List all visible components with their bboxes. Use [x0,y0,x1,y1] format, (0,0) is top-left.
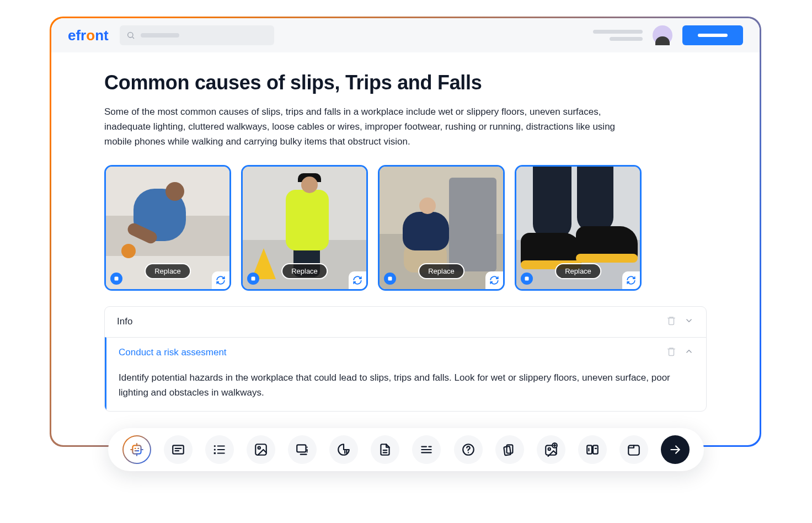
tool-document-button[interactable] [371,435,399,464]
svg-point-7 [214,445,216,447]
tool-chart-button[interactable] [329,435,358,464]
image-cards: Replace Replace Replace [104,165,707,291]
accordion-item-info: Info [105,307,706,337]
accordion-body: Identify potential hazards in the workpl… [106,368,706,411]
image-card-1[interactable]: Replace [104,165,231,291]
tool-tab-button[interactable] [619,435,648,464]
ai-badge-icon [521,273,533,285]
page-title: Common causes of slips, Trips and Falls [104,71,707,94]
replace-button[interactable]: Replace [555,263,601,279]
replace-button[interactable]: Replace [145,263,191,279]
svg-rect-5 [132,445,141,453]
search-placeholder [141,33,179,38]
tool-columns-button[interactable] [578,435,607,464]
logo-text-b: nt [95,27,109,44]
regenerate-button[interactable] [349,271,366,289]
replace-button[interactable]: Replace [281,263,328,279]
svg-rect-2 [252,276,255,280]
bottom-toolbar [108,428,704,471]
svg-rect-10 [255,444,266,455]
accordion-item-risk: Conduct a risk assesment Identify potent… [105,337,706,411]
topbar: efront [51,18,760,52]
content: Common causes of slips, Trips and Falls … [51,52,760,412]
tool-sections-button[interactable] [412,435,441,464]
ai-badge-icon [110,273,122,285]
tool-media-button[interactable] [288,435,317,464]
ai-badge-icon [247,273,259,285]
user-area [593,25,743,45]
user-name-placeholder [593,30,643,41]
delete-icon[interactable] [666,346,676,359]
search-icon [126,31,135,40]
svg-point-11 [258,447,260,449]
svg-point-0 [127,33,132,38]
replace-button[interactable]: Replace [418,263,464,279]
avatar[interactable] [653,25,672,45]
image-card-4[interactable]: Replace [515,165,642,291]
accordion-header[interactable]: Conduct a risk assesment [106,338,706,368]
tool-submit-button[interactable] [661,435,690,464]
ai-badge-icon [384,273,396,285]
app-window: efront Common causes of slips, Trips and… [50,17,761,447]
tool-image-button[interactable] [247,435,275,464]
tool-help-button[interactable] [454,435,483,464]
chevron-down-icon [684,316,694,328]
accordion: Info Conduct a risk assesment Identify p… [104,306,707,412]
logo: efront [68,27,109,44]
svg-rect-12 [297,445,306,452]
accordion-header[interactable]: Info [105,307,706,337]
logo-text-a: efr [68,27,86,44]
chevron-up-icon [684,346,694,359]
regenerate-button[interactable] [485,271,503,289]
svg-rect-6 [173,445,184,453]
svg-rect-1 [115,276,119,280]
primary-action-button[interactable] [682,25,743,45]
tool-text-button[interactable] [164,435,193,464]
image-card-3[interactable]: Replace [378,165,505,291]
svg-point-8 [214,449,216,450]
svg-rect-20 [593,445,598,453]
logo-text-o: o [86,27,95,44]
svg-point-17 [548,448,550,450]
tool-cards-button[interactable] [495,435,524,464]
search-input[interactable] [120,25,274,45]
page-intro: Some of the most common causes of slips,… [104,104,634,150]
regenerate-button[interactable] [212,271,229,289]
regenerate-button[interactable] [622,271,640,289]
accordion-title: Conduct a risk assesment [119,347,659,358]
svg-rect-9 [214,452,216,454]
tool-list-button[interactable] [205,435,234,464]
svg-rect-4 [525,276,529,280]
image-card-2[interactable]: Replace [241,165,368,291]
tool-add-image-button[interactable] [537,435,565,464]
svg-rect-3 [388,276,392,280]
window-inner: efront Common causes of slips, Trips and… [51,18,760,445]
delete-icon[interactable] [666,316,676,328]
accordion-title: Info [117,316,659,327]
tool-ai-button[interactable] [122,435,151,464]
